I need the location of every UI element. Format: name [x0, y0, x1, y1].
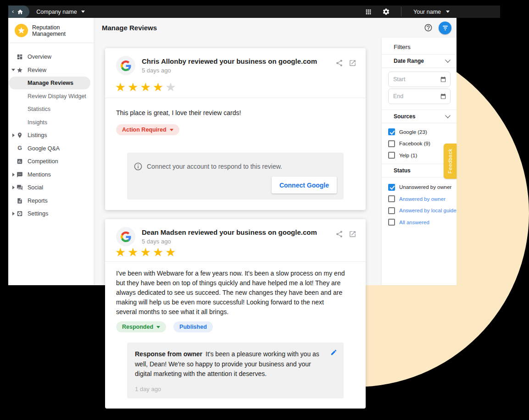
- checkbox[interactable]: [388, 184, 395, 191]
- filter-section-sources[interactable]: Sources: [382, 110, 457, 123]
- star-filled-icon: ★: [115, 245, 128, 259]
- info-icon: [134, 162, 143, 171]
- review-body: This place is great, I love their review…: [116, 108, 345, 118]
- sidebar-item-statistics[interactable]: Statistics: [8, 103, 94, 116]
- checkbox[interactable]: [388, 195, 395, 202]
- home-icon: [17, 9, 23, 15]
- company-selector[interactable]: Company name: [36, 9, 84, 15]
- sidebar-item-google-qa[interactable]: G Google Q&A: [8, 142, 94, 155]
- collapse-arrow-icon: [12, 133, 15, 137]
- response-from-owner-label: Response from owner: [135, 350, 202, 358]
- page-title: Manage Reviews: [102, 24, 157, 32]
- document-icon: [17, 198, 23, 204]
- star-filled-icon: ★: [140, 245, 153, 259]
- collapse-arrow-icon: [12, 186, 15, 189]
- status-filter-all-answered[interactable]: All answered: [382, 216, 457, 228]
- status-filter-answered-by-local-guide[interactable]: Answered by local guide: [382, 205, 457, 217]
- star-filled-icon: ★: [153, 80, 165, 94]
- checkbox[interactable]: [388, 128, 395, 135]
- sidebar-item-reports[interactable]: Reports: [8, 194, 94, 207]
- star-icon: [17, 67, 23, 73]
- sidebar-item-review[interactable]: Review: [8, 64, 94, 77]
- review-time: 5 days ago: [142, 238, 317, 245]
- filter-section-date-range[interactable]: Date Range: [382, 55, 457, 67]
- sidebar-item-social[interactable]: Social: [8, 181, 94, 194]
- topbar-divider: [401, 7, 401, 17]
- responded-badge[interactable]: Responded: [116, 321, 166, 332]
- chat-bubble-icon: [17, 171, 23, 178]
- collapse-arrow-icon: [12, 173, 15, 177]
- open-in-new-icon[interactable]: [349, 230, 356, 238]
- feedback-tab[interactable]: Feedback: [444, 144, 457, 179]
- topbar-right: Your name: [365, 6, 500, 18]
- filter-button[interactable]: [439, 22, 451, 34]
- sidebar-item-manage-reviews[interactable]: Manage Reviews: [8, 77, 94, 89]
- user-menu[interactable]: Your name: [413, 9, 450, 15]
- owner-response: Response from ownerIt's been a pleasure …: [127, 343, 344, 398]
- settings-gear-icon[interactable]: [382, 8, 390, 16]
- settings-square-icon: [17, 210, 23, 217]
- sidebar-item-review-display-widget[interactable]: Review Display Widget: [8, 90, 94, 103]
- filters-title: Filters: [382, 38, 457, 54]
- calendar-icon[interactable]: [440, 93, 446, 99]
- checkbox[interactable]: [388, 219, 395, 226]
- chevron-down-icon: [445, 57, 450, 62]
- action-required-badge[interactable]: Action Required: [116, 124, 179, 135]
- top-navbar: ‹ Company name Your name: [8, 6, 500, 18]
- edit-pencil-icon[interactable]: [330, 349, 337, 356]
- app-name: Reputation Management: [32, 24, 90, 37]
- help-icon[interactable]: [424, 23, 433, 32]
- google-logo-icon: [116, 56, 135, 75]
- sidebar: Reputation Management Overview Review Ma…: [8, 18, 94, 285]
- open-in-new-icon[interactable]: [349, 59, 356, 67]
- share-icon[interactable]: [335, 59, 343, 67]
- back-icon: ‹: [12, 8, 14, 14]
- expand-arrow-icon: [11, 69, 15, 71]
- app-brand: Reputation Management: [8, 18, 94, 43]
- review-body: I've been with Webware for a few years n…: [116, 269, 345, 317]
- source-filter-google[interactable]: Google (23): [382, 126, 457, 138]
- sidebar-item-insights[interactable]: Insights: [8, 116, 94, 129]
- checkbox[interactable]: [388, 140, 395, 147]
- chevron-down-icon: [446, 11, 450, 13]
- star-rating: ★★★★★: [105, 75, 366, 98]
- star-filled-icon: ★: [165, 245, 178, 259]
- google-logo-icon: [116, 227, 135, 246]
- status-filter-answered-by-owner[interactable]: Answered by owner: [382, 193, 457, 205]
- review-card: Chris Allonby reviewed your business on …: [105, 48, 366, 210]
- company-name-label: Company name: [36, 9, 77, 15]
- page: ‹ Company name Your name: [0, 0, 529, 420]
- star-filled-icon: ★: [128, 245, 140, 259]
- dashboard-icon: [17, 54, 23, 60]
- user-name-label: Your name: [413, 9, 441, 15]
- star-filled-icon: ★: [115, 80, 128, 94]
- response-time: 1 day ago: [135, 386, 322, 392]
- filter-icon: [443, 26, 448, 27]
- page-header: Manage Reviews: [94, 18, 457, 38]
- home-button[interactable]: ‹: [8, 6, 29, 18]
- sidebar-nav: Overview Review Manage Reviews Review Di…: [8, 43, 94, 220]
- review-title: Dean Madsen reviewed your business on go…: [142, 228, 317, 236]
- sidebar-item-overview[interactable]: Overview: [8, 50, 94, 63]
- checkbox[interactable]: [388, 152, 395, 159]
- connect-account-notice: Connect your account to respond to this …: [127, 153, 344, 199]
- chevron-down-icon: [445, 113, 450, 118]
- sidebar-item-settings[interactable]: Settings: [8, 207, 94, 220]
- chevron-down-icon: [81, 11, 85, 13]
- connect-google-button[interactable]: Connect Google: [272, 177, 337, 193]
- star-filled-icon: ★: [153, 245, 165, 259]
- checkbox[interactable]: [388, 207, 395, 214]
- calendar-icon[interactable]: [440, 76, 446, 83]
- date-start-field: [388, 72, 451, 87]
- review-time: 5 days ago: [142, 67, 317, 74]
- chevron-down-icon: [170, 129, 173, 131]
- bar-chart-icon: [17, 158, 23, 165]
- sidebar-item-listings[interactable]: Listings: [8, 129, 94, 142]
- sidebar-item-competition[interactable]: Competition: [8, 155, 94, 168]
- google-g-icon: G: [17, 145, 23, 152]
- status-filter-unanswered-by-owner[interactable]: Unanswered by owner: [382, 182, 457, 193]
- star-filled-icon: ★: [128, 80, 140, 94]
- apps-grid-icon[interactable]: [365, 8, 372, 16]
- sidebar-item-mentions[interactable]: Mentions: [8, 168, 94, 181]
- share-icon[interactable]: [335, 230, 343, 238]
